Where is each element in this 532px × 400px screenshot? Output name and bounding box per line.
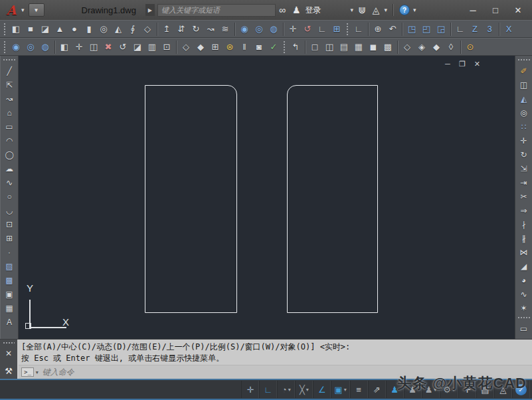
dropdown-caret-icon[interactable]: ▾ xyxy=(306,387,309,393)
polysolid-icon[interactable]: ◧ xyxy=(9,22,23,37)
planar-surface-icon[interactable]: ◇ xyxy=(140,22,155,37)
wedge-icon[interactable]: ◪ xyxy=(38,22,52,37)
construction-line-icon[interactable]: ⇱ xyxy=(1,78,17,92)
ellipse-icon[interactable]: ○ xyxy=(1,189,17,203)
drawing-canvas[interactable]: ─ ❐ ✕ Y X xyxy=(19,56,515,339)
smooth-more-icon[interactable]: ◈ xyxy=(414,40,429,54)
drawing-minimize-button[interactable]: ─ xyxy=(445,60,450,68)
maximize-button[interactable]: □ xyxy=(484,3,507,17)
imprint-icon[interactable]: ⊞ xyxy=(208,40,222,54)
region-icon[interactable]: ▣ xyxy=(1,287,17,301)
offset-faces-icon[interactable]: ▥ xyxy=(145,40,159,54)
dropdown-caret-icon[interactable]: ▾ xyxy=(344,387,347,393)
spline-icon[interactable]: ∿ xyxy=(1,175,17,189)
ucs-origin-icon[interactable]: ∟ xyxy=(453,22,468,37)
smooth-object-icon[interactable]: ◇ xyxy=(400,40,414,54)
refine-mesh-icon[interactable]: ◊ xyxy=(444,40,458,54)
autocad-logo-icon[interactable]: A xyxy=(3,2,20,18)
vs-conceptual-icon[interactable]: ◼ xyxy=(366,40,381,54)
file-tab[interactable]: Drawing1.dwg xyxy=(82,5,136,15)
smooth-less-icon[interactable]: ◆ xyxy=(429,40,444,54)
box-icon[interactable]: ■ xyxy=(23,22,38,37)
intersect-icon[interactable]: ◍ xyxy=(266,22,281,37)
sphere-icon[interactable]: ● xyxy=(67,22,82,37)
ucs-world-icon[interactable]: ⊕ xyxy=(371,22,385,37)
extrude-icon[interactable]: ↥ xyxy=(159,22,174,37)
extend-icon[interactable]: ⇒ xyxy=(516,203,532,217)
color-faces-icon[interactable]: ⊡ xyxy=(159,40,174,54)
command-prompt-caret-icon[interactable]: ▾ xyxy=(36,369,39,375)
minimize-button[interactable]: ─ xyxy=(462,3,484,17)
rotate-faces-icon[interactable]: ↺ xyxy=(116,40,130,54)
osnap-tracking-icon[interactable]: ∠ xyxy=(313,381,331,398)
polar-tracking-icon[interactable]: ◔▾ xyxy=(277,381,295,398)
trim-icon[interactable]: ✂ xyxy=(516,189,532,203)
move-icon[interactable]: ✛ xyxy=(516,134,532,148)
copy-edges-icon[interactable]: ◇ xyxy=(179,40,193,54)
break-icon[interactable]: ∦ xyxy=(516,231,532,245)
polygon-icon[interactable]: ⌂ xyxy=(1,106,17,120)
command-customize-icon[interactable]: ⚒ xyxy=(5,366,13,376)
arc-icon[interactable]: ◠ xyxy=(1,134,17,148)
ucs-previous-icon[interactable]: ↶ xyxy=(385,22,400,37)
scale-icon[interactable]: ⇲ xyxy=(516,161,532,175)
separate-icon[interactable]: ‖ xyxy=(237,40,252,54)
toolbar-grip[interactable] xyxy=(3,41,7,54)
shell-icon[interactable]: ◙ xyxy=(252,40,266,54)
command-close-icon[interactable]: ✕ xyxy=(5,349,12,358)
join-icon[interactable]: ⋈ xyxy=(516,245,532,259)
explode-icon[interactable]: ✶ xyxy=(516,301,532,315)
copy-faces-icon[interactable]: ◫ xyxy=(86,40,101,54)
isometric-drafting-icon[interactable]: ╳▾ xyxy=(295,381,313,398)
hatch-icon[interactable]: ▨ xyxy=(1,259,17,273)
toolbar-grip[interactable] xyxy=(3,23,7,36)
cylinder-icon[interactable]: ▮ xyxy=(82,22,96,37)
exchange-apps-cart-icon[interactable]: ⋓ xyxy=(358,5,366,15)
insert-block-icon[interactable]: ⊡ xyxy=(1,217,17,231)
user-icon[interactable]: ♟ xyxy=(292,5,301,15)
check-icon[interactable]: ✓ xyxy=(266,40,281,54)
presspull-icon[interactable]: ⇵ xyxy=(174,22,189,37)
ucs-3point-icon[interactable]: 3 xyxy=(482,22,497,37)
render-icon[interactable]: ⊙ xyxy=(463,40,478,54)
solid-intersect-icon[interactable]: ◍ xyxy=(38,40,52,54)
offset-icon[interactable]: ◎ xyxy=(516,106,532,120)
dropdown-caret-icon[interactable]: ▾ xyxy=(288,387,291,393)
ucs-icon[interactable]: ∟ xyxy=(351,22,366,37)
line-icon[interactable]: ╱ xyxy=(1,64,17,78)
color-edges-icon[interactable]: ◆ xyxy=(193,40,208,54)
copy-icon[interactable]: ◫ xyxy=(516,78,532,92)
lineweight-icon[interactable]: ≡ xyxy=(350,381,368,398)
toolbar-grip[interactable] xyxy=(3,58,16,62)
ucs-view-icon[interactable]: ◲ xyxy=(434,22,448,37)
solid-union-icon[interactable]: ◉ xyxy=(9,40,23,54)
move-faces-icon[interactable]: ✛ xyxy=(72,40,86,54)
vs-wireframe-icon[interactable]: ◫ xyxy=(322,40,337,54)
selection-cycling-icon[interactable]: ⇗ xyxy=(368,381,386,398)
break-at-point-icon[interactable]: ∤ xyxy=(516,217,532,231)
app-menu-caret-icon[interactable]: ▾ xyxy=(21,7,25,13)
layout-window-icon[interactable]: ▭ xyxy=(516,322,532,336)
extrude-faces-icon[interactable]: ◧ xyxy=(57,40,72,54)
search-input[interactable]: 键入关键字或短语 xyxy=(157,4,276,17)
make-block-icon[interactable]: ⊞ xyxy=(1,231,17,245)
drawing-close-button[interactable]: ✕ xyxy=(474,60,480,68)
autodesk360-caret-icon[interactable]: ▾ xyxy=(385,7,388,13)
fillet-icon[interactable]: ◕ xyxy=(516,273,532,287)
gradient-icon[interactable]: ▩ xyxy=(1,273,17,287)
vs-realistic-icon[interactable]: ▦ xyxy=(351,40,366,54)
visual-styles-manager-icon[interactable]: ↰ xyxy=(288,40,303,54)
3d-align-icon[interactable]: ∟ xyxy=(315,22,329,37)
toolbar-grip[interactable] xyxy=(346,23,349,36)
object-snap-icon[interactable]: ▣▾ xyxy=(331,381,349,398)
vs-2d-wireframe-icon[interactable]: ◻ xyxy=(308,40,322,54)
quick-access-toolbar-button[interactable]: ▼ xyxy=(29,3,44,17)
search-icon[interactable]: ∞ xyxy=(279,5,286,15)
solid-subtract-icon[interactable]: ◎ xyxy=(23,40,38,54)
point-icon[interactable]: ∙ xyxy=(1,245,17,259)
toolbar-grip[interactable] xyxy=(517,316,531,320)
clean-icon[interactable]: ⊛ xyxy=(222,40,237,54)
ucs-object-icon[interactable]: ◰ xyxy=(419,22,434,37)
ortho-mode-icon[interactable]: ∟ xyxy=(259,381,277,398)
taper-faces-icon[interactable]: ◪ xyxy=(130,40,145,54)
